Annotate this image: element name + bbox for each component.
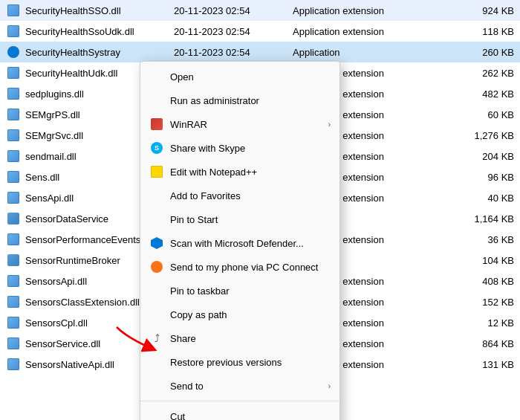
dll-icon xyxy=(6,149,21,164)
edit-notepad-icon xyxy=(149,164,164,179)
dll-icon xyxy=(6,128,21,143)
menu-item-share-skype[interactable]: S Share with Skype xyxy=(140,136,339,160)
file-size: 152 KB xyxy=(455,297,514,308)
menu-label-share: Share xyxy=(170,333,331,344)
file-type: Application extension xyxy=(293,26,455,37)
run-admin-icon xyxy=(149,93,164,108)
share-icon: ⤴ xyxy=(149,331,164,346)
file-size: 408 KB xyxy=(455,276,514,287)
menu-item-restore-versions[interactable]: Restore previous versions xyxy=(140,350,339,374)
file-type: Application xyxy=(293,47,455,58)
cut-icon xyxy=(149,409,164,420)
file-row[interactable]: SecurityHealthSystray 20-11-2023 02:54 A… xyxy=(0,42,520,62)
menu-label-restore-versions: Restore previous versions xyxy=(170,357,331,368)
menu-item-add-favorites[interactable]: Add to Favorites xyxy=(140,184,339,207)
dll-icon xyxy=(6,294,21,309)
winrar-icon xyxy=(149,117,164,132)
menu-label-pin-start: Pin to Start xyxy=(170,214,331,225)
dll-icon xyxy=(6,169,21,184)
menu-label-share-skype: Share with Skype xyxy=(170,143,331,154)
file-size: 12 KB xyxy=(455,317,514,329)
send-to-icon xyxy=(149,378,164,393)
file-type: Application extension xyxy=(293,5,455,16)
file-size: 262 KB xyxy=(455,68,514,79)
menu-item-run-admin[interactable]: Run as administrator xyxy=(140,88,339,112)
dll-icon xyxy=(6,315,21,330)
menu-label-send-phone: Send to my phone via PC Connect xyxy=(170,262,331,273)
app-icon xyxy=(6,253,21,268)
file-size: 36 KB xyxy=(455,234,514,245)
menu-label-copy-path: Copy as path xyxy=(170,309,331,320)
dll-icon xyxy=(6,336,21,351)
menu-item-share[interactable]: ⤴ Share xyxy=(140,326,339,350)
dll-icon xyxy=(6,3,21,18)
menu-item-send-to[interactable]: Send to › xyxy=(140,374,339,398)
menu-label-open: Open xyxy=(170,71,331,83)
dll-icon xyxy=(6,274,21,288)
file-size: 260 KB xyxy=(455,47,514,58)
file-size: 1,276 KB xyxy=(455,130,514,141)
menu-item-pin-start[interactable]: Pin to Start xyxy=(140,207,339,231)
menu-item-winrar[interactable]: WinRAR › xyxy=(140,112,339,136)
menu-label-winrar: WinRAR xyxy=(170,119,328,130)
dll-icon xyxy=(6,190,21,205)
pin-taskbar-icon xyxy=(149,283,164,298)
file-size: 482 KB xyxy=(455,88,514,100)
context-menu: Open Run as administrator WinRAR › S Sha… xyxy=(140,61,340,420)
security-icon xyxy=(6,45,21,59)
share-skype-icon: S xyxy=(149,140,164,155)
file-size: 118 KB xyxy=(455,26,514,37)
file-size: 1,164 KB xyxy=(455,213,514,224)
menu-divider xyxy=(140,401,339,401)
copy-path-icon xyxy=(149,307,164,322)
restore-versions-icon xyxy=(149,355,164,369)
file-row[interactable]: SecurityHealthSSO.dll 20-11-2023 02:54 A… xyxy=(0,0,520,21)
menu-item-cut[interactable]: Cut xyxy=(140,404,339,420)
file-name: SecurityHealthSsoUdk.dll xyxy=(25,26,174,37)
file-date: 20-11-2023 02:54 xyxy=(174,26,293,37)
menu-item-scan-defender[interactable]: Scan with Microsoft Defender... xyxy=(140,231,339,255)
menu-label-send-to: Send to xyxy=(170,381,328,392)
menu-item-open[interactable]: Open xyxy=(140,65,339,88)
dll-icon xyxy=(6,232,21,247)
app-icon xyxy=(6,211,21,226)
file-size: 104 KB xyxy=(455,255,514,266)
submenu-arrow: › xyxy=(328,382,331,390)
menu-label-scan-defender: Scan with Microsoft Defender... xyxy=(170,238,331,249)
menu-item-send-phone[interactable]: Send to my phone via PC Connect xyxy=(140,255,339,279)
menu-label-add-favorites: Add to Favorites xyxy=(170,190,331,201)
file-size: 924 KB xyxy=(455,5,514,16)
menu-label-pin-taskbar: Pin to taskbar xyxy=(170,285,331,297)
send-phone-icon xyxy=(149,259,164,274)
file-name: SecurityHealthSSO.dll xyxy=(25,5,174,16)
menu-label-run-admin: Run as administrator xyxy=(170,95,331,106)
scan-defender-icon xyxy=(149,236,164,251)
menu-label-cut: Cut xyxy=(170,411,331,421)
file-size: 131 KB xyxy=(455,359,514,370)
menu-item-pin-taskbar[interactable]: Pin to taskbar xyxy=(140,279,339,303)
menu-item-copy-path[interactable]: Copy as path xyxy=(140,303,339,326)
menu-label-edit-notepad: Edit with Notepad++ xyxy=(170,167,331,178)
file-size: 60 KB xyxy=(455,109,514,120)
open-icon xyxy=(149,69,164,84)
add-favorites-icon xyxy=(149,188,164,203)
menu-item-edit-notepad[interactable]: Edit with Notepad++ xyxy=(140,160,339,184)
dll-icon xyxy=(6,65,21,80)
file-size: 96 KB xyxy=(455,172,514,183)
file-row[interactable]: SecurityHealthSsoUdk.dll 20-11-2023 02:5… xyxy=(0,21,520,42)
file-size: 864 KB xyxy=(455,338,514,349)
file-date: 20-11-2023 02:54 xyxy=(174,47,293,58)
dll-icon xyxy=(6,86,21,101)
file-date: 20-11-2023 02:54 xyxy=(174,5,293,16)
file-size: 40 KB xyxy=(455,193,514,204)
dll-icon xyxy=(6,24,21,39)
pin-start-icon xyxy=(149,212,164,227)
dll-icon xyxy=(6,107,21,122)
file-name: SecurityHealthSystray xyxy=(25,47,174,58)
file-size: 204 KB xyxy=(455,151,514,162)
dll-icon xyxy=(6,357,21,372)
submenu-arrow: › xyxy=(328,120,331,129)
